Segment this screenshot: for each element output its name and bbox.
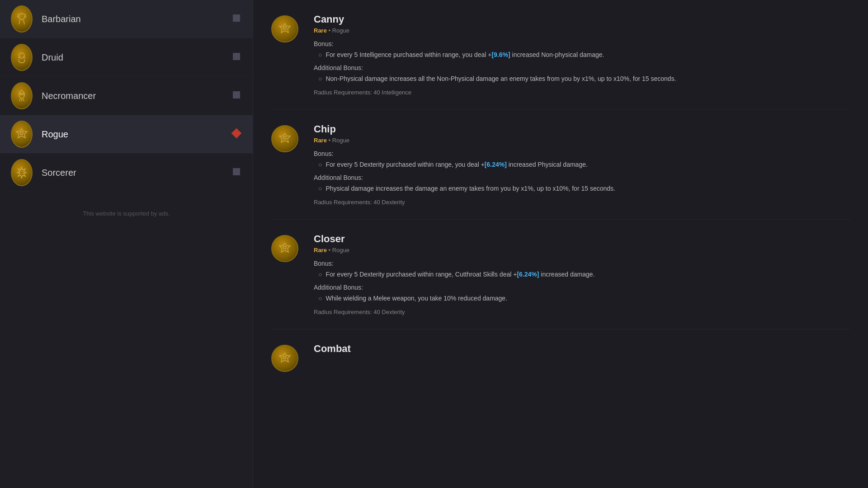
canny-additional-label: Additional Bonus: <box>314 64 850 71</box>
closer-meta: Rare • Rogue <box>314 247 850 253</box>
necromancer-indicator <box>233 91 242 100</box>
canny-additional-text: Non-Physical damage increases all the No… <box>326 74 676 84</box>
closer-icon-wrapper <box>271 233 303 265</box>
canny-bonus-text: For every 5 Intelligence purchased withi… <box>326 50 604 60</box>
druid-icon <box>11 47 33 68</box>
closer-additional-text: While wielding a Melee weapon, you take … <box>326 294 507 303</box>
svg-point-2 <box>283 27 286 29</box>
druid-label: Druid <box>42 52 233 63</box>
druid-indicator <box>233 53 242 62</box>
sidebar: Barbarian Druid <box>0 0 253 488</box>
sidebar-item-druid[interactable]: Druid <box>0 38 253 77</box>
closer-additional-bullet: ○ While wielding a Melee weapon, you tak… <box>314 294 850 303</box>
bullet-dot: ○ <box>318 185 322 192</box>
ad-text: This website is supported by ads. <box>83 210 170 217</box>
chip-meta: Rare • Rogue <box>314 137 850 144</box>
rogue-label: Rogue <box>42 129 233 140</box>
closer-rarity: Rare <box>314 247 327 253</box>
chip-additional-text: Physical damage increases the damage an … <box>326 184 615 193</box>
closer-additional-label: Additional Bonus: <box>314 284 850 291</box>
main-content: Canny Rare • Rogue Bonus: ○ For every 5 … <box>253 0 868 488</box>
closer-icon <box>271 235 298 262</box>
barbarian-label: Barbarian <box>42 14 233 24</box>
item-card-closer: Closer Rare • Rogue Bonus: ○ For every 5… <box>271 220 850 329</box>
canny-radius: Radius Requirements: 40 Intelligence <box>314 89 850 96</box>
chip-icon <box>271 125 298 152</box>
item-card-canny: Canny Rare • Rogue Bonus: ○ For every 5 … <box>271 0 850 110</box>
svg-point-3 <box>283 136 286 139</box>
chip-icon-wrapper <box>271 123 303 155</box>
chip-name: Chip <box>314 123 850 135</box>
canny-meta: Rare • Rogue <box>314 27 850 34</box>
necromancer-label: Necromancer <box>42 91 233 101</box>
chip-rarity: Rare <box>314 137 327 144</box>
closer-bonus-label: Bonus: <box>314 260 850 267</box>
svg-point-5 <box>283 356 286 359</box>
necromancer-icon <box>11 85 33 107</box>
rogue-indicator <box>233 130 242 139</box>
canny-icon <box>271 15 298 42</box>
chip-class: • Rogue <box>329 137 349 144</box>
canny-additional-bullet: ○ Non-Physical damage increases all the … <box>314 74 850 84</box>
bullet-dot: ○ <box>318 75 322 82</box>
sidebar-item-rogue[interactable]: Rogue <box>0 115 253 154</box>
closer-bonus-text: For every 5 Dexterity purchased within r… <box>326 270 594 279</box>
item-card-chip: Chip Rare • Rogue Bonus: ○ For every 5 D… <box>271 110 850 220</box>
closer-name: Closer <box>314 233 850 245</box>
sorcerer-indicator <box>233 168 242 177</box>
combat-icon <box>271 345 298 372</box>
canny-class: • Rogue <box>329 27 349 34</box>
bullet-dot: ○ <box>318 51 322 58</box>
closer-radius: Radius Requirements: 40 Dexterity <box>314 309 850 315</box>
bullet-dot: ○ <box>318 295 322 302</box>
svg-point-4 <box>283 246 286 249</box>
closer-class: • Rogue <box>329 247 349 253</box>
combat-name: Combat <box>314 343 850 355</box>
rogue-icon <box>11 123 33 145</box>
combat-body: Combat <box>314 343 850 375</box>
canny-body: Canny Rare • Rogue Bonus: ○ For every 5 … <box>314 14 850 96</box>
chip-bonus-text: For every 5 Dexterity purchased within r… <box>326 160 587 169</box>
chip-bonus-bullet: ○ For every 5 Dexterity purchased within… <box>314 160 850 169</box>
sorcerer-label: Sorcerer <box>42 168 233 178</box>
sorcerer-icon <box>11 162 33 183</box>
chip-additional-label: Additional Bonus: <box>314 174 850 181</box>
barbarian-indicator <box>233 14 242 23</box>
svg-point-1 <box>20 132 23 135</box>
sidebar-item-barbarian[interactable]: Barbarian <box>0 0 253 38</box>
ad-space: This website is supported by ads. <box>0 201 253 226</box>
bullet-dot: ○ <box>318 161 322 168</box>
combat-icon-wrapper <box>271 343 303 375</box>
chip-additional-bullet: ○ Physical damage increases the damage a… <box>314 184 850 193</box>
canny-icon-wrapper <box>271 14 303 45</box>
item-card-combat: Combat <box>271 329 850 375</box>
bullet-dot: ○ <box>318 271 322 278</box>
closer-bonus-bullet: ○ For every 5 Dexterity purchased within… <box>314 270 850 279</box>
sidebar-item-necromancer[interactable]: Necromancer <box>0 77 253 115</box>
chip-body: Chip Rare • Rogue Bonus: ○ For every 5 D… <box>314 123 850 206</box>
chip-bonus-label: Bonus: <box>314 150 850 157</box>
sidebar-item-sorcerer[interactable]: Sorcerer <box>0 154 253 192</box>
chip-radius: Radius Requirements: 40 Dexterity <box>314 199 850 206</box>
barbarian-icon <box>11 8 33 30</box>
canny-rarity: Rare <box>314 27 327 34</box>
canny-bonus-bullet: ○ For every 5 Intelligence purchased wit… <box>314 50 850 60</box>
canny-name: Canny <box>314 14 850 25</box>
canny-bonus-label: Bonus: <box>314 40 850 47</box>
closer-body: Closer Rare • Rogue Bonus: ○ For every 5… <box>314 233 850 315</box>
